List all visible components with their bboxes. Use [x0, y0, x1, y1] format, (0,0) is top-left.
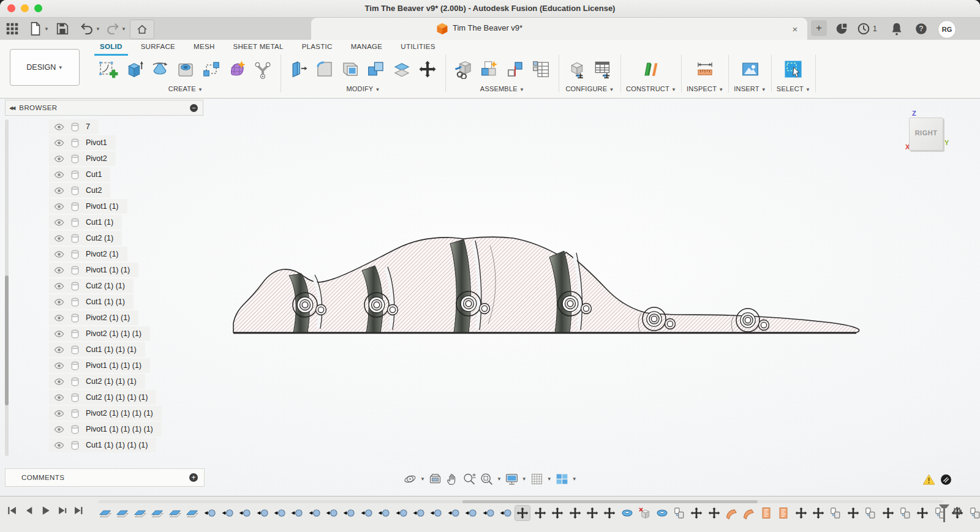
timeline-feature-joint[interactable]	[237, 506, 252, 520]
timeline-feature-copy[interactable]	[672, 506, 687, 520]
timeline-feature-joint[interactable]	[341, 506, 356, 520]
visibility-eye-icon[interactable]	[54, 281, 64, 291]
timeline-scrollbar[interactable]	[98, 500, 943, 503]
display-settings-icon[interactable]	[505, 472, 519, 486]
zoom-icon[interactable]	[462, 472, 477, 486]
visibility-eye-icon[interactable]	[54, 170, 64, 180]
fillet-icon[interactable]	[312, 57, 337, 81]
timeline-feature-move[interactable]	[794, 506, 809, 520]
help-icon[interactable]: ?	[914, 21, 929, 36]
shell-icon[interactable]	[337, 57, 363, 81]
viewcube-face-label[interactable]: RIGHT	[910, 129, 943, 137]
group-label-configure[interactable]: CONFIGURE ▼	[565, 85, 614, 92]
select-tool-icon[interactable]	[780, 57, 806, 81]
visibility-eye-icon[interactable]	[54, 329, 64, 339]
home-button[interactable]	[130, 20, 154, 39]
create-form-icon[interactable]	[224, 57, 250, 81]
save-icon[interactable]	[55, 21, 70, 36]
visibility-eye-icon[interactable]	[54, 217, 64, 228]
revolve-icon[interactable]	[147, 57, 173, 81]
browser-item[interactable]: Pivot1 (1) (1)	[49, 262, 162, 278]
timeline-feature-joint[interactable]	[376, 506, 391, 520]
hole-icon[interactable]	[173, 57, 198, 81]
timeline-feature-copy[interactable]	[898, 506, 913, 520]
job-status-icon[interactable]	[856, 21, 871, 36]
move-copy-icon[interactable]	[415, 57, 440, 81]
look-at-icon[interactable]	[428, 472, 442, 486]
browser-item[interactable]: Cut1 (1) (1) (1)	[49, 342, 162, 358]
visibility-eye-icon[interactable]	[54, 201, 64, 212]
browser-item[interactable]: Cut1 (1) (1)	[49, 294, 162, 310]
timeline-feature-joint[interactable]	[324, 506, 339, 520]
notifications-icon[interactable]	[889, 21, 904, 36]
timeline-settings-icon[interactable]	[951, 504, 964, 518]
browser-item[interactable]: Pivot2	[49, 151, 162, 167]
joint-tool-icon[interactable]	[502, 57, 528, 81]
chevron-down-icon[interactable]: ▼	[522, 476, 527, 482]
timeline-feature-joint[interactable]	[289, 506, 304, 520]
browser-item[interactable]: Pivot2 (1) (1) (1)	[49, 326, 162, 342]
document-tab[interactable]: Tim The Beaver v9* ×	[311, 18, 807, 40]
add-comment-icon[interactable]: +	[189, 473, 198, 482]
config-table-icon[interactable]	[590, 57, 616, 81]
avatar[interactable]: RG	[938, 20, 956, 39]
timeline-feature-ruler[interactable]	[776, 506, 791, 520]
timeline-feature-plane[interactable]	[115, 506, 130, 520]
timeline-feature-move[interactable]	[515, 506, 530, 520]
visibility-eye-icon[interactable]	[54, 440, 64, 451]
timeline-feature-move[interactable]	[568, 506, 582, 520]
timeline-feature-torus[interactable]	[620, 506, 635, 520]
app-menu-icon[interactable]	[5, 21, 20, 36]
fit-icon[interactable]	[480, 472, 494, 486]
timeline-feature-copy[interactable]	[968, 506, 980, 520]
feedback-icon[interactable]	[940, 473, 952, 486]
offset-face-icon[interactable]	[389, 57, 415, 81]
timeline-feature-delete[interactable]	[637, 506, 652, 520]
close-tab-icon[interactable]: ×	[789, 23, 801, 35]
group-label-inspect[interactable]: INSPECT ▼	[687, 85, 723, 92]
workspace-selector[interactable]: DESIGN ▼	[10, 49, 80, 86]
extrude-icon[interactable]	[121, 57, 147, 81]
insert-derive-icon[interactable]	[451, 57, 477, 81]
timeline-feature-joint[interactable]	[481, 506, 496, 520]
pipe-icon[interactable]	[250, 57, 276, 81]
browser-item[interactable]: 7	[49, 119, 162, 135]
grid-settings-icon[interactable]	[530, 472, 544, 486]
ribbon-tab-utilities[interactable]: UTILITIES	[391, 41, 444, 54]
timeline-feature-plane[interactable]	[98, 506, 113, 520]
browser-item[interactable]: Cut2 (1) (1)	[49, 278, 162, 294]
timeline-feature-joint[interactable]	[272, 506, 287, 520]
visibility-eye-icon[interactable]	[54, 424, 64, 435]
ribbon-tab-mesh[interactable]: MESH	[184, 41, 224, 54]
timeline-feature-joint[interactable]	[255, 506, 270, 520]
chevron-down-icon[interactable]: ▼	[96, 26, 100, 32]
chevron-down-icon[interactable]: ▼	[44, 26, 49, 32]
ribbon-tab-sheet-metal[interactable]: SHEET METAL	[224, 41, 293, 54]
modeling-canvas[interactable]: ◀◀ BROWSER − 7Pivot1Pivot2Cut1Cut2Pivot1…	[0, 99, 980, 496]
insert-image-icon[interactable]	[737, 57, 763, 81]
visibility-eye-icon[interactable]	[54, 408, 64, 419]
browser-item[interactable]: Cut1 (1)	[49, 214, 162, 230]
timeline-feature-bend[interactable]	[741, 506, 756, 520]
browser-item[interactable]: Pivot1 (1) (1) (1) (1)	[49, 421, 162, 437]
go-to-end-button[interactable]	[71, 504, 86, 517]
browser-item[interactable]: Cut1 (1) (1) (1) (1)	[49, 437, 162, 453]
group-label-construct[interactable]: CONSTRUCT ▼	[626, 85, 676, 92]
redo-icon[interactable]	[105, 21, 120, 36]
press-pull-icon[interactable]	[286, 57, 312, 81]
timeline-playhead-stem[interactable]	[943, 506, 945, 522]
step-back-button[interactable]	[22, 504, 37, 517]
visibility-eye-icon[interactable]	[54, 138, 64, 148]
file-menu-icon[interactable]	[28, 21, 43, 36]
timeline-feature-plane[interactable]	[185, 506, 200, 520]
visibility-eye-icon[interactable]	[54, 361, 64, 371]
configuration-icon[interactable]	[564, 57, 590, 81]
timeline-feature-joint[interactable]	[202, 506, 217, 520]
timeline-feature-torus[interactable]	[655, 506, 669, 520]
visibility-eye-icon[interactable]	[54, 185, 64, 196]
group-label-insert[interactable]: INSERT ▼	[734, 85, 766, 92]
group-label-create[interactable]: CREATE ▼	[168, 85, 203, 92]
timeline-feature-ruler[interactable]	[759, 506, 774, 520]
visibility-eye-icon[interactable]	[54, 122, 64, 132]
browser-item[interactable]: Pivot1	[49, 135, 162, 151]
